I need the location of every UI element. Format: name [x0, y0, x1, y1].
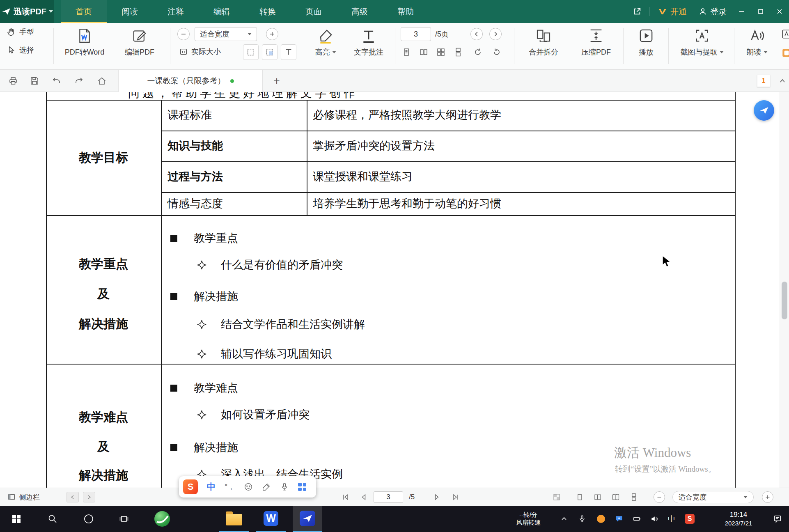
- pdf-to-word-button[interactable]: PDF转Word: [57, 25, 112, 68]
- collapse-toolbar-button[interactable]: [773, 70, 789, 92]
- select-area-button[interactable]: [262, 44, 278, 60]
- clipped-tool-button[interactable]: [779, 26, 789, 42]
- previous-page-button[interactable]: [470, 28, 483, 40]
- voice-input-icon[interactable]: [280, 482, 289, 491]
- rotate-counterclockwise-button[interactable]: [489, 44, 504, 60]
- tray-battery-button[interactable]: [629, 506, 645, 532]
- compress-pdf-button[interactable]: 压缩PDF: [572, 25, 620, 68]
- two-page-view-button[interactable]: [416, 44, 431, 60]
- previous-page-button[interactable]: [356, 488, 372, 506]
- taskbar-app-explorer[interactable]: [219, 506, 249, 532]
- clipped-tool-button[interactable]: [779, 45, 789, 61]
- vertical-scrollbar[interactable]: [780, 92, 789, 488]
- redo-button[interactable]: [70, 70, 88, 92]
- continuous-view-button[interactable]: [451, 44, 466, 60]
- next-page-button[interactable]: [429, 488, 445, 506]
- tray-ime-indicator[interactable]: 中: [663, 506, 680, 532]
- share-button[interactable]: [628, 0, 647, 23]
- taskbar-app-browser[interactable]: [147, 506, 177, 532]
- taskbar-search-button[interactable]: [38, 506, 67, 532]
- two-page-layout-button[interactable]: [589, 488, 606, 506]
- grid-view-button[interactable]: [433, 44, 448, 60]
- action-center-button[interactable]: [768, 506, 787, 532]
- pdf-page-view[interactable]: 问题，帮助学生更好地理解文字创作 教学目标 课程标准 必修课程，严格按照教学大纲…: [0, 92, 789, 488]
- float-assistant-button[interactable]: [754, 100, 774, 121]
- menu-tab-help[interactable]: 帮助: [383, 0, 429, 23]
- zoom-out-button[interactable]: [654, 491, 665, 503]
- new-tab-button[interactable]: +: [268, 70, 286, 92]
- select-tool-button[interactable]: 选择: [7, 45, 34, 55]
- tray-sogou-button[interactable]: S: [681, 506, 699, 532]
- tray-microphone-button[interactable]: [574, 506, 590, 532]
- book-layout-button[interactable]: [608, 488, 624, 506]
- ime-mode-toggle[interactable]: 中: [207, 481, 216, 493]
- skin-brush-icon[interactable]: [262, 482, 271, 491]
- next-view-button[interactable]: [83, 492, 95, 502]
- login-button[interactable]: 登录: [698, 6, 727, 17]
- next-page-button[interactable]: [489, 28, 502, 40]
- app-logo[interactable]: 迅读PDF: [0, 0, 54, 23]
- play-button[interactable]: 播放: [627, 25, 665, 68]
- close-button[interactable]: [770, 0, 789, 23]
- emoji-icon[interactable]: [244, 482, 253, 491]
- zoom-out-button[interactable]: [177, 28, 190, 40]
- ime-punctuation-toggle[interactable]: °，: [225, 482, 235, 492]
- scrollbar-thumb[interactable]: [782, 282, 787, 319]
- taskbar-app-xundu-pdf[interactable]: [293, 506, 322, 532]
- page-thumbnail-badge[interactable]: 1: [757, 75, 770, 87]
- zoom-mode-dropdown[interactable]: 适合宽度: [195, 27, 257, 41]
- tray-expand-button[interactable]: [557, 506, 571, 532]
- task-view-button[interactable]: [109, 506, 139, 532]
- compress-pdf-label: 压缩PDF: [581, 47, 611, 57]
- text-annotation-button[interactable]: 文字批注: [347, 25, 390, 68]
- edit-pdf-button[interactable]: 编辑PDF: [116, 25, 163, 68]
- highlight-button[interactable]: 高亮: [307, 25, 344, 68]
- zoom-in-button[interactable]: [266, 28, 278, 40]
- home-button[interactable]: [93, 70, 111, 92]
- ime-toolbox-icon[interactable]: [298, 483, 306, 491]
- ime-toolbar[interactable]: S 中 °，: [179, 476, 316, 498]
- background-toggle-button[interactable]: [548, 488, 565, 506]
- last-page-button[interactable]: [447, 488, 464, 506]
- crop-page-button[interactable]: [243, 44, 259, 60]
- undo-button[interactable]: [48, 70, 66, 92]
- menu-tab-read[interactable]: 阅读: [107, 0, 153, 23]
- print-button[interactable]: [4, 70, 22, 92]
- taskbar-app-wps[interactable]: W: [256, 506, 286, 532]
- scroll-layout-button[interactable]: [626, 488, 642, 506]
- menu-tab-convert[interactable]: 转换: [245, 0, 291, 23]
- fit-width-dropdown[interactable]: 适合宽度: [672, 491, 754, 503]
- tray-messenger-button[interactable]: [611, 506, 627, 532]
- sidebar-toggle-button[interactable]: 侧边栏: [7, 488, 40, 506]
- first-page-button[interactable]: [337, 488, 354, 506]
- statusbar-page-input[interactable]: [374, 491, 403, 503]
- zoom-in-button[interactable]: [762, 491, 773, 503]
- start-button[interactable]: [2, 506, 31, 532]
- tray-app-button[interactable]: [593, 506, 609, 532]
- previous-view-button[interactable]: [67, 492, 79, 502]
- rotate-clockwise-button[interactable]: [470, 44, 485, 60]
- hand-tool-button[interactable]: 手型: [7, 27, 34, 37]
- merge-split-button[interactable]: 合并拆分: [518, 25, 569, 68]
- taskbar-clock[interactable]: 19:14 2023/7/21: [713, 506, 764, 532]
- tray-volume-button[interactable]: [646, 506, 663, 532]
- menu-tab-edit[interactable]: 编辑: [199, 0, 245, 23]
- actual-size-button[interactable]: 实际大小: [179, 47, 221, 57]
- vip-open-button[interactable]: 开通: [658, 6, 687, 17]
- sogou-logo-icon[interactable]: S: [183, 479, 198, 494]
- single-page-layout-button[interactable]: [571, 488, 588, 506]
- cortana-button[interactable]: [74, 506, 103, 532]
- menu-tab-annotate[interactable]: 注释: [153, 0, 199, 23]
- menu-tab-home[interactable]: 首页: [61, 0, 107, 23]
- single-page-view-button[interactable]: [399, 44, 414, 60]
- select-text-button[interactable]: [281, 44, 296, 60]
- document-tab[interactable]: 一课教案（只限参考）: [118, 70, 263, 92]
- maximize-button[interactable]: [751, 0, 770, 23]
- read-aloud-button[interactable]: 朗读: [738, 25, 776, 68]
- menu-tab-page[interactable]: 页面: [291, 0, 337, 23]
- menu-tab-advanced[interactable]: 高级: [337, 0, 383, 23]
- minimize-button[interactable]: [732, 0, 751, 23]
- page-number-input[interactable]: [401, 27, 431, 41]
- save-button[interactable]: [25, 70, 44, 92]
- screenshot-extract-button[interactable]: 截图与提取: [673, 25, 731, 68]
